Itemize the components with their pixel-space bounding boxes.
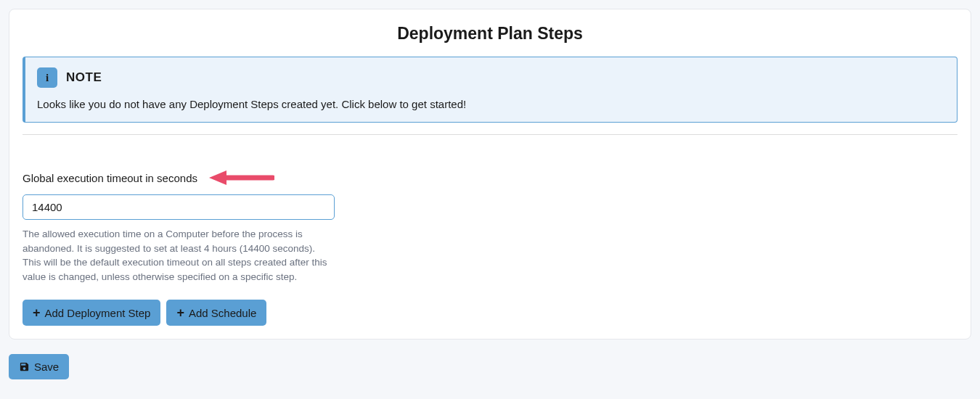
save-label: Save <box>34 361 59 373</box>
divider <box>23 134 957 135</box>
add-schedule-label: Add Schedule <box>189 307 256 319</box>
panel-title: Deployment Plan Steps <box>23 24 957 44</box>
save-icon <box>19 361 30 372</box>
note-body: Looks like you do not have any Deploymen… <box>37 98 945 110</box>
svg-marker-1 <box>209 170 226 185</box>
add-schedule-button[interactable]: + Add Schedule <box>166 300 266 326</box>
action-button-row: + Add Deployment Step + Add Schedule <box>23 300 957 326</box>
add-step-label: Add Deployment Step <box>45 307 151 319</box>
timeout-help-text: The allowed execution time on a Computer… <box>23 227 335 284</box>
note-header: i NOTE <box>37 67 945 88</box>
save-button[interactable]: Save <box>9 354 69 379</box>
info-icon: i <box>37 67 57 88</box>
deployment-steps-panel: Deployment Plan Steps i NOTE Looks like … <box>9 9 971 340</box>
save-row: Save <box>9 354 971 379</box>
note-box: i NOTE Looks like you do not have any De… <box>23 57 957 123</box>
timeout-label: Global execution timeout in seconds <box>23 172 197 184</box>
plus-icon: + <box>33 306 41 319</box>
timeout-input[interactable] <box>23 194 335 220</box>
note-title: NOTE <box>66 70 102 85</box>
add-deployment-step-button[interactable]: + Add Deployment Step <box>23 300 160 326</box>
arrow-left-icon <box>208 170 274 186</box>
timeout-label-row: Global execution timeout in seconds <box>23 170 957 186</box>
plus-icon: + <box>176 306 184 319</box>
